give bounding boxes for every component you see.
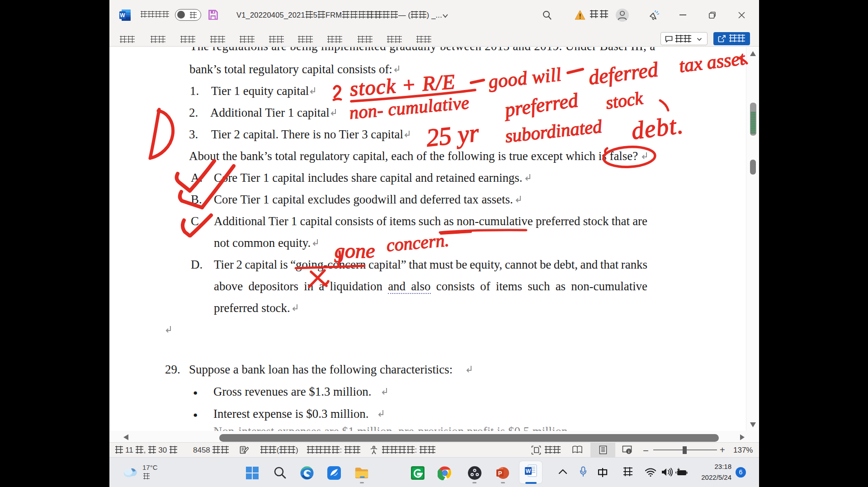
svg-text:W: W (120, 12, 125, 19)
svg-text:P: P (498, 470, 502, 477)
svg-text:i: i (628, 449, 629, 454)
svg-text:W: W (526, 468, 531, 474)
